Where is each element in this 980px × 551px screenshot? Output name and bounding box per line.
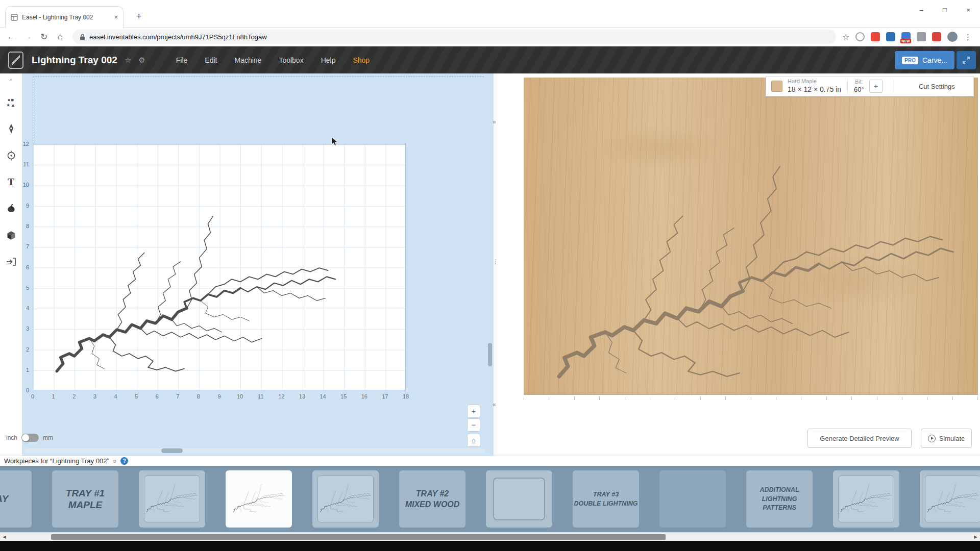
workpiece-card-empty[interactable] [486,470,552,528]
menu-help[interactable]: Help [321,56,336,64]
zoom-out-button[interactable]: − [467,418,480,432]
maximize-icon[interactable]: □ [933,0,957,20]
page-horizontal-scrollbar[interactable]: ◀ ▶ [0,532,980,541]
unit-switch[interactable] [21,434,39,442]
minimize-icon[interactable]: – [910,0,933,20]
forward-icon[interactable]: → [19,32,36,42]
unit-inch-label[interactable]: inch [6,434,17,441]
red-extension2-icon[interactable] [932,32,941,41]
ruler-x-label: 0 [31,393,34,399]
new-badge: NEW [900,39,911,43]
reload-icon[interactable]: ↻ [36,32,52,42]
menu-shop[interactable]: Shop [353,56,370,64]
unit-mm-label[interactable]: mm [43,434,53,441]
menu-toolbox[interactable]: Toolbox [279,56,303,64]
zoom-in-button[interactable]: + [467,405,480,418]
board-extension-icon[interactable] [886,32,895,41]
ruler-y-label: 1 [26,367,29,373]
toolbar-collapse-icon[interactable]: ^ [10,78,13,84]
panel-collapse-icon[interactable]: « [493,401,496,408]
canvas-horizontal-scrollbar[interactable] [24,448,485,453]
bit-info[interactable]: Bit: 60° [854,79,864,94]
design-canvas[interactable]: 0123456789101112131415161718 12111098765… [22,73,494,456]
preview-ruler [524,397,978,400]
ruler-x-label: 1 [52,393,55,399]
pen-tool-icon[interactable] [4,121,19,137]
browser-tab[interactable]: Easel - Lightning Tray 002 × [5,6,124,28]
ruler-x-label: 7 [176,393,179,399]
new-tab-button[interactable]: + [132,9,146,23]
menu-machine[interactable]: Machine [234,56,261,64]
shapes-tool-icon[interactable]: ●■ ★▲ [4,95,19,110]
workpiece-card-blank[interactable] [659,470,726,528]
menu-edit[interactable]: Edit [205,56,217,64]
material-cube-icon[interactable] [4,228,19,243]
import-icon[interactable] [4,254,19,269]
ruler-x-label: 18 [403,393,409,399]
cut-settings-button[interactable]: Cut Settings [900,83,973,90]
workpiece-card-thumb[interactable] [920,470,980,528]
lightning-thumbnail [146,483,198,513]
favorite-star-icon[interactable]: ☆ [125,56,131,65]
text-tool-icon[interactable]: T [4,174,19,190]
fullscreen-button[interactable] [957,51,976,69]
workpiece-card-label[interactable]: TRAY #3DOUBLE LIGHTNING [573,470,639,528]
workpiece-card-label[interactable]: RAY [0,470,32,528]
workpiece-card-label[interactable]: TRAY #1MAPLE [52,470,118,528]
workpiece-card-thumb[interactable] [139,470,205,528]
bit-value: 60° [854,86,864,94]
scroll-left-icon[interactable]: ◀ [0,533,9,541]
bookmark-star-icon[interactable]: ☆ [842,32,849,42]
bit-label: Bit: [855,79,863,86]
empty-workpiece-outline [493,478,545,520]
unit-switch-knob [22,434,29,441]
wood-preview[interactable] [524,78,978,395]
ruler-x-label: 9 [217,393,220,399]
scroll-right-icon[interactable]: ▶ [971,533,980,541]
material-info[interactable]: Hard Maple 18 × 12 × 0.75 in [788,78,841,94]
home-icon[interactable]: ⌂ [52,32,68,42]
material-grid[interactable] [33,144,406,390]
easel-logo[interactable] [8,52,23,69]
close-icon[interactable]: × [957,0,980,20]
canvas-vertical-scrollbar[interactable] [488,343,492,366]
ruler-y-label: 5 [26,285,29,291]
circle-extension-icon[interactable] [855,32,865,41]
workpiece-label-line: ADDITIONAL [760,486,799,493]
reset-view-button[interactable]: ⌂ [467,434,480,447]
workpiece-card-label[interactable]: ADDITIONALLIGHTNINGPATTERNS [746,470,813,528]
project-settings-gear-icon[interactable]: ⚙ [138,56,145,65]
workpiece-card-thumb[interactable] [226,470,292,528]
page-hscroll-thumb[interactable] [51,534,666,540]
compass-tool-icon[interactable] [4,148,19,163]
carve-button[interactable]: PRO Carve... [895,51,954,69]
workpiece-card-thumb[interactable] [833,470,899,528]
panel-expand-icon[interactable]: » [493,118,496,126]
material-dimensions: 18 × 12 × 0.75 in [788,85,841,94]
add-bit-button[interactable]: + [869,80,883,93]
extensions-puzzle-icon[interactable] [917,32,926,41]
ruler-x-label: 2 [72,393,76,399]
workpiece-card-label[interactable]: TRAY #2MIXED WOOD [399,470,465,528]
back-icon[interactable]: ← [3,32,19,42]
new-extension-icon[interactable]: NEW [901,32,911,41]
url-field[interactable]: easel.inventables.com/projects/umh9J71PS… [72,30,836,44]
red-extension-icon[interactable] [871,32,880,41]
menu-file[interactable]: File [176,56,188,64]
workpiece-card-thumb[interactable] [312,470,379,528]
browser-menu-icon[interactable]: ⋮ [964,32,972,42]
panel-divider[interactable]: » ⋮ « [494,73,497,456]
simulate-button[interactable]: Simulate [921,429,972,448]
profile-avatar[interactable] [947,32,958,42]
tab-close-icon[interactable]: × [114,13,118,21]
main-area: ^ ●■ ★▲ T [0,73,980,456]
workpieces-collapse-icon[interactable]: » [111,459,118,463]
material-swatch[interactable] [771,81,782,92]
ruler-y-label: 0 [26,387,29,393]
workpieces-help-icon[interactable]: ? [120,457,128,465]
pro-badge: PRO [902,57,918,64]
design-library-apple-icon[interactable] [4,201,19,216]
canvas-hscroll-thumb[interactable] [161,448,183,453]
generate-preview-button[interactable]: Generate Detailed Preview [807,429,912,448]
workpieces-heading: Workpieces for “Lightning Tray 002” [4,457,109,465]
